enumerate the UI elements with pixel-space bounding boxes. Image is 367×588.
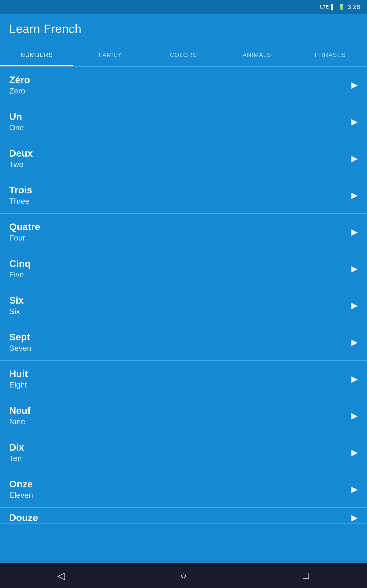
word-list: Zéro Zero ▶ Un One ▶ Deux Two ▶ Trois Th… <box>0 67 367 563</box>
english-word: Seven <box>9 344 31 353</box>
english-word: Ten <box>9 454 24 463</box>
chevron-right-icon: ▶ <box>351 190 358 200</box>
french-word: Cinq <box>9 258 31 269</box>
status-time: 3:28 <box>348 3 360 10</box>
english-word: Eleven <box>9 491 33 500</box>
english-word: Eight <box>9 380 28 389</box>
tab-family[interactable]: FAMILY <box>73 44 147 66</box>
signal-icon: ▌ <box>331 4 335 10</box>
list-item[interactable]: Un One ▶ <box>0 103 367 140</box>
list-item-text: Zéro Zero <box>9 74 30 95</box>
back-button[interactable]: ◁ <box>52 566 70 585</box>
chevron-right-icon: ▶ <box>351 264 358 274</box>
list-item-text: Sept Seven <box>9 332 31 353</box>
list-item-text: Neuf Nine <box>9 405 31 426</box>
list-item[interactable]: Cinq Five ▶ <box>0 250 367 287</box>
tab-family-label: FAMILY <box>99 52 122 59</box>
english-word: One <box>9 123 24 132</box>
list-item[interactable]: Neuf Nine ▶ <box>0 397 367 434</box>
list-item-text: Huit Eight <box>9 368 28 389</box>
tab-numbers[interactable]: NUMBERS <box>0 44 73 66</box>
english-word: Zero <box>9 86 30 95</box>
tab-colors[interactable]: COLORS <box>147 44 220 66</box>
list-item[interactable]: Sept Seven ▶ <box>0 324 367 361</box>
status-bar-right: LTE ▌ 🔋 3:28 <box>320 3 360 10</box>
chevron-right-icon: ▶ <box>351 513 358 523</box>
battery-icon: 🔋 <box>338 4 345 10</box>
list-item-text: Dix Ten <box>9 442 24 463</box>
french-word: Neuf <box>9 405 31 416</box>
back-icon: ◁ <box>57 570 65 581</box>
home-icon: ○ <box>181 570 187 581</box>
list-item-text: Douze <box>9 512 38 523</box>
chevron-right-icon: ▶ <box>351 337 358 347</box>
list-item[interactable]: Onze Eleven ▶ <box>0 471 367 508</box>
app-title: Learn French <box>9 22 81 36</box>
list-item-text: Cinq Five <box>9 258 31 279</box>
list-item-text: Quatre Four <box>9 221 40 242</box>
french-word: Deux <box>9 148 33 159</box>
french-word: Zéro <box>9 74 30 86</box>
status-bar: LTE ▌ 🔋 3:28 <box>0 0 367 14</box>
chevron-right-icon: ▶ <box>351 411 358 421</box>
tab-numbers-label: NUMBERS <box>21 52 53 59</box>
chevron-right-icon: ▶ <box>351 301 358 310</box>
recents-button[interactable]: □ <box>297 566 315 585</box>
recents-icon: □ <box>303 570 309 581</box>
list-item[interactable]: Trois Three ▶ <box>0 177 367 214</box>
french-word: Un <box>9 111 24 122</box>
list-item-partial[interactable]: Douze ▶ <box>0 508 367 524</box>
bottom-nav: ◁ ○ □ <box>0 563 367 588</box>
french-word: Huit <box>9 368 28 380</box>
english-word: Four <box>9 233 40 242</box>
chevron-right-icon: ▶ <box>351 154 358 163</box>
chevron-right-icon: ▶ <box>351 117 358 127</box>
tab-animals-label: ANIMALS <box>243 52 271 59</box>
french-word: Douze <box>9 512 38 523</box>
list-item-text: Onze Eleven <box>9 479 33 500</box>
list-item-text: Deux Two <box>9 148 33 169</box>
chevron-right-icon: ▶ <box>351 227 358 237</box>
chevron-right-icon: ▶ <box>351 484 358 494</box>
chevron-right-icon: ▶ <box>351 374 358 384</box>
tab-phrases[interactable]: PHRASES <box>294 44 367 66</box>
french-word: Sept <box>9 332 31 343</box>
tab-phrases-label: PHRASES <box>315 52 346 59</box>
english-word: Two <box>9 160 33 169</box>
english-word: Six <box>9 307 24 316</box>
list-item[interactable]: Deux Two ▶ <box>0 140 367 177</box>
app-bar: Learn French <box>0 14 367 44</box>
list-item-text: Trois Three <box>9 185 32 206</box>
list-item-text: Six Six <box>9 295 24 316</box>
list-item-text: Un One <box>9 111 24 132</box>
list-item[interactable]: Six Six ▶ <box>0 287 367 324</box>
list-item[interactable]: Huit Eight ▶ <box>0 361 367 397</box>
list-item[interactable]: Quatre Four ▶ <box>0 214 367 250</box>
french-word: Onze <box>9 479 33 490</box>
chevron-right-icon: ▶ <box>351 448 358 457</box>
list-item[interactable]: Zéro Zero ▶ <box>0 67 367 103</box>
english-word: Three <box>9 197 32 206</box>
tab-animals[interactable]: ANIMALS <box>220 44 294 66</box>
french-word: Dix <box>9 442 24 453</box>
tab-colors-label: COLORS <box>170 52 197 59</box>
french-word: Quatre <box>9 221 40 233</box>
chevron-right-icon: ▶ <box>351 80 358 90</box>
english-word: Nine <box>9 417 31 426</box>
tab-bar: NUMBERS FAMILY COLORS ANIMALS PHRASES <box>0 44 367 67</box>
lte-icon: LTE <box>320 4 329 10</box>
home-button[interactable]: ○ <box>174 566 193 585</box>
french-word: Trois <box>9 185 32 196</box>
list-item[interactable]: Dix Ten ▶ <box>0 434 367 471</box>
english-word: Five <box>9 270 31 279</box>
french-word: Six <box>9 295 24 306</box>
